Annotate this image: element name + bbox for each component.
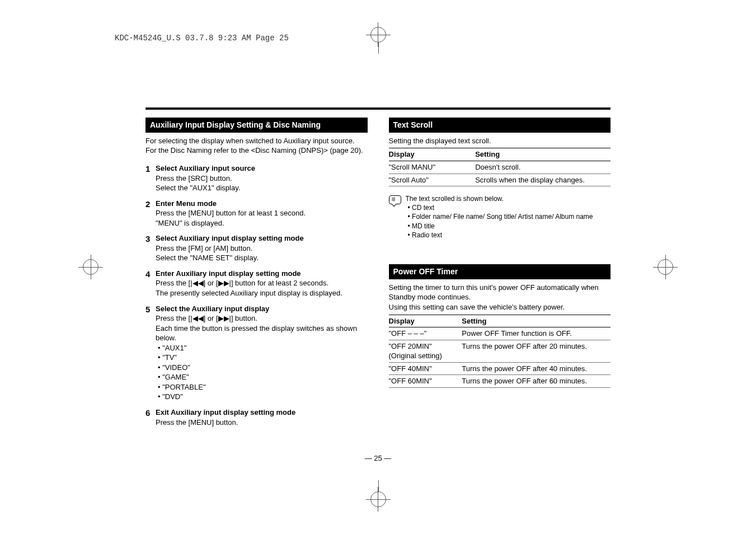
table-header: Display — [389, 148, 476, 161]
table-cell: Turns the power OFF after 60 minutes. — [462, 375, 611, 388]
step-number: 3 — [145, 233, 156, 263]
table-cell: "OFF – – –" — [389, 327, 462, 340]
right-column: Text Scroll Setting the displayed text s… — [389, 118, 611, 444]
step-line: Press the [SRC] button. — [156, 174, 368, 184]
list-item: "PORTABLE" — [158, 382, 368, 392]
table-header: Setting — [475, 148, 611, 161]
page-number: — 25 — — [365, 454, 392, 462]
step-title: Select Auxiliary input source — [156, 163, 368, 174]
step-title: Select the Auxiliary input display — [156, 304, 368, 314]
step-number: 1 — [145, 163, 156, 193]
aux-intro: For selecting the display when switched … — [145, 136, 368, 156]
step-line: Press the [MENU] button for at least 1 s… — [156, 208, 368, 218]
list-item: CD text — [408, 203, 593, 212]
table-row: "OFF 20MIN" (Original setting) Turns the… — [389, 340, 611, 362]
step-1: 1 Select Auxiliary input source Press th… — [145, 163, 368, 193]
table-cell: Turns the power OFF after 40 minutes. — [462, 362, 611, 375]
step-title: Enter Auxiliary input display setting mo… — [156, 269, 368, 279]
table-row: "OFF 40MIN" Turns the power OFF after 40… — [389, 362, 611, 375]
table-cell: Power OFF Timer function is OFF. — [462, 327, 611, 340]
step-number: 6 — [145, 407, 156, 427]
crop-mark-left — [83, 259, 98, 275]
section-heading-aux: Auxiliary Input Display Setting & Disc N… — [145, 118, 368, 133]
table-row: "Scroll Auto" Scrolls when the display c… — [389, 174, 611, 186]
step-line: Press the [|◀◀] or [▶▶|] button. — [156, 313, 368, 324]
table-header: Display — [389, 315, 462, 327]
crop-mark-bottom — [370, 491, 386, 507]
table-cell: "Scroll Auto" — [389, 174, 476, 186]
step-5: 5 Select the Auxiliary input display Pre… — [145, 304, 368, 402]
table-cell: Turns the power OFF after 20 minutes. — [462, 340, 611, 362]
step-line: Press the [FM] or [AM] button. — [156, 243, 368, 254]
step-line: Press the [|◀◀] or [▶▶|] button for at l… — [156, 278, 368, 288]
list-item: Radio text — [408, 231, 593, 240]
power-off-table: Display Setting "OFF – – –" Power OFF Ti… — [389, 315, 611, 388]
note-intro: The text scrolled is shown below. — [406, 194, 593, 203]
aux-options-list: "AUX1" "TV" "VIDEO" "GAME" "PORTABLE" "D… — [156, 343, 368, 402]
table-cell: "OFF 60MIN" — [389, 375, 462, 388]
list-item: Folder name/ File name/ Song title/ Arti… — [408, 212, 593, 221]
page-top-rule — [145, 107, 611, 110]
step-6: 6 Exit Auxiliary input display setting m… — [145, 407, 368, 427]
step-line: Select the "NAME SET" display. — [156, 253, 368, 263]
table-cell: "OFF 20MIN" (Original setting) — [389, 340, 462, 362]
step-title: Select Auxiliary input display setting m… — [156, 233, 368, 243]
note-icon — [389, 195, 401, 204]
table-cell: "Scroll MANU" — [389, 161, 476, 174]
table-row: "Scroll MANU" Doesn't scroll. — [389, 161, 611, 174]
table-row: "OFF – – –" Power OFF Timer function is … — [389, 327, 611, 340]
list-item: "AUX1" — [158, 343, 368, 353]
step-4: 4 Enter Auxiliary input display setting … — [145, 269, 368, 298]
table-cell: Scrolls when the display changes. — [475, 174, 611, 186]
step-line: Each time the button is pressed the disp… — [156, 324, 368, 343]
crop-mark-right — [658, 259, 673, 275]
power-off-intro: Setting the timer to turn this unit's po… — [389, 283, 611, 312]
list-item: "DVD" — [158, 392, 368, 402]
step-line: Press the [MENU] button. — [156, 418, 368, 428]
list-item: MD title — [408, 222, 593, 231]
section-heading-text-scroll: Text Scroll — [389, 118, 611, 133]
text-scroll-intro: Setting the displayed text scroll. — [389, 136, 611, 146]
step-title: Enter Menu mode — [156, 199, 368, 209]
table-row: "OFF 60MIN" Turns the power OFF after 60… — [389, 375, 611, 388]
step-number: 2 — [145, 199, 156, 228]
step-3: 3 Select Auxiliary input display setting… — [145, 233, 368, 263]
step-line: Select the "AUX1" display. — [156, 183, 368, 193]
list-item: "TV" — [158, 353, 368, 363]
table-header: Setting — [462, 315, 611, 327]
section-heading-power-off: Power OFF Timer — [389, 264, 611, 279]
step-number: 4 — [145, 269, 156, 298]
step-title: Exit Auxiliary input display setting mod… — [156, 407, 368, 418]
list-item: "GAME" — [158, 372, 368, 382]
left-column: Auxiliary Input Display Setting & Disc N… — [145, 118, 368, 444]
table-cell: "OFF 40MIN" — [389, 362, 462, 375]
print-header: KDC-M4524G_U.S 03.7.8 9:23 AM Page 25 — [115, 34, 289, 43]
note-block: The text scrolled is shown below. CD tex… — [389, 194, 611, 240]
step-line: "MENU" is displayed. — [156, 218, 368, 228]
step-number: 5 — [145, 304, 156, 402]
table-cell: Doesn't scroll. — [475, 161, 611, 174]
note-bullets: CD text Folder name/ File name/ Song tit… — [406, 203, 593, 240]
step-2: 2 Enter Menu mode Press the [MENU] butto… — [145, 199, 368, 228]
text-scroll-table: Display Setting "Scroll MANU" Doesn't sc… — [389, 148, 611, 186]
list-item: "VIDEO" — [158, 363, 368, 373]
page-content: Auxiliary Input Display Setting & Disc N… — [145, 118, 611, 444]
crop-mark-top — [370, 27, 386, 43]
step-line: The presently selected Auxiliary input d… — [156, 288, 368, 298]
